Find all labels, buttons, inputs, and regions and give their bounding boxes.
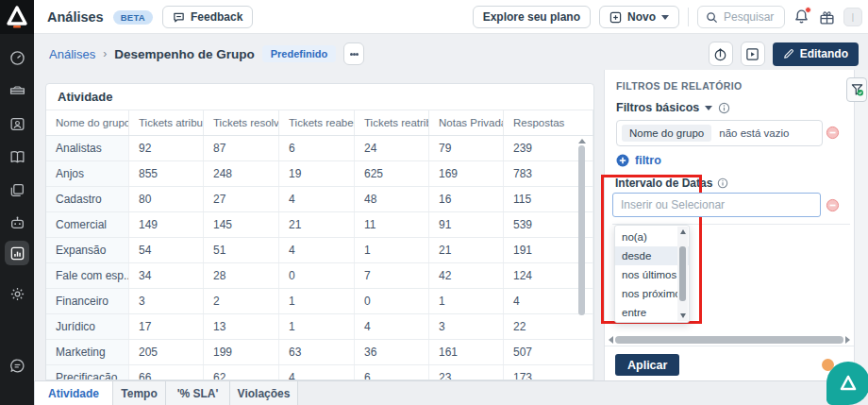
pages-copy-icon bbox=[9, 182, 25, 198]
scroll-up-arrow-icon[interactable] bbox=[578, 139, 586, 143]
filter-field-chip[interactable]: Nome do grupo bbox=[622, 125, 711, 142]
table-vertical-scrollbar[interactable] bbox=[577, 139, 586, 374]
sidebar-item-pages[interactable] bbox=[5, 177, 29, 202]
value-cell: 149 bbox=[129, 212, 204, 237]
basic-filters-label[interactable]: Filtros básicos bbox=[616, 101, 699, 114]
group-name-cell: Comercial bbox=[46, 212, 129, 237]
group-name-cell: Marketing bbox=[46, 340, 129, 364]
breadcrumb: Análises › Desempenho de Grupo Predefini… bbox=[49, 42, 364, 66]
remove-date-filter-button[interactable] bbox=[826, 198, 840, 212]
value-cell: 2 bbox=[204, 289, 279, 313]
value-cell: 54 bbox=[129, 238, 204, 262]
sidebar-item-analytics[interactable] bbox=[5, 241, 29, 265]
column-header[interactable]: Notas Privadas bbox=[429, 110, 504, 135]
sidebar-item-tickets[interactable] bbox=[5, 78, 29, 103]
sidebar-item-dashboard[interactable] bbox=[5, 45, 29, 70]
editing-button[interactable]: Editando bbox=[773, 42, 859, 66]
scroll-right-arrow-icon[interactable] bbox=[845, 336, 850, 344]
breadcrumb-root-link[interactable]: Análises bbox=[49, 47, 95, 61]
value-cell: 21 bbox=[279, 212, 355, 237]
column-header[interactable]: Respostas bbox=[504, 110, 593, 135]
table-body: Analistas928762479239Anjos85524819625169… bbox=[46, 136, 593, 380]
value-cell: 21 bbox=[429, 238, 504, 262]
value-cell: 1 bbox=[355, 238, 429, 262]
new-button[interactable]: Novo bbox=[599, 6, 679, 28]
date-operator-listbox: no(a)desdenos últimosnos próximosentre bbox=[614, 225, 690, 323]
column-header[interactable]: Tickets reabertos bbox=[279, 110, 355, 135]
value-cell: 79 bbox=[429, 136, 504, 160]
feedback-button[interactable]: Feedback bbox=[162, 6, 253, 28]
scroll-thumb[interactable] bbox=[679, 246, 686, 301]
gifts-button[interactable] bbox=[819, 9, 835, 25]
add-filter-button[interactable]: filtro bbox=[616, 154, 661, 167]
beta-badge: BETA bbox=[113, 10, 153, 25]
value-cell: 4 bbox=[279, 187, 355, 211]
avatar[interactable]: ❘ bbox=[843, 8, 862, 26]
scroll-down-arrow-icon[interactable] bbox=[680, 313, 686, 318]
caret-down-icon[interactable] bbox=[705, 106, 712, 110]
scroll-up-arrow-icon[interactable] bbox=[680, 229, 686, 234]
export-button[interactable] bbox=[709, 42, 733, 66]
table-row: Anjos85524819625169783 bbox=[46, 161, 593, 187]
column-header[interactable]: Tickets atribuídos bbox=[129, 110, 204, 135]
filters-panel-toggle[interactable] bbox=[846, 77, 867, 102]
header-divider bbox=[688, 8, 689, 26]
report-title: Desempenho de Grupo bbox=[114, 47, 255, 61]
table-row: Analistas928762479239 bbox=[46, 136, 593, 161]
filters-panel-title: FILTROS DE RELATÓRIO bbox=[616, 80, 743, 92]
scroll-left-arrow-icon[interactable] bbox=[609, 336, 613, 344]
brand-logo[interactable] bbox=[0, 0, 34, 34]
remove-filter-button[interactable] bbox=[826, 126, 840, 140]
info-icon[interactable] bbox=[718, 102, 730, 114]
filter-operator: não está vazio bbox=[719, 127, 789, 139]
notifications-button[interactable] bbox=[793, 8, 810, 25]
value-cell: 4 bbox=[279, 365, 355, 380]
sidebar-item-knowledge-base[interactable] bbox=[5, 144, 29, 169]
table-row: Expansão54514121191 bbox=[46, 238, 593, 263]
sidebar-item-help[interactable] bbox=[5, 353, 29, 378]
search-input[interactable] bbox=[724, 10, 776, 24]
scroll-thumb[interactable] bbox=[615, 336, 843, 344]
app-screen: Análises BETA Feedback Explore seu plano bbox=[0, 0, 868, 405]
value-cell: 27 bbox=[204, 187, 279, 211]
report-menu-button[interactable] bbox=[343, 42, 364, 65]
sidebar-item-bot[interactable] bbox=[5, 211, 29, 235]
column-header[interactable]: Tickets reatribuí... bbox=[355, 110, 429, 135]
sidebar-item-settings[interactable] bbox=[5, 281, 29, 306]
editing-label: Editando bbox=[800, 47, 848, 60]
column-header[interactable]: Tickets resolvidos bbox=[204, 110, 279, 135]
tab-atividade[interactable]: Atividade bbox=[34, 381, 113, 405]
value-cell: 4 bbox=[279, 238, 355, 262]
present-button[interactable] bbox=[741, 42, 765, 66]
column-header[interactable]: Nome do grupo bbox=[46, 110, 129, 135]
apply-button[interactable]: Aplicar bbox=[615, 354, 679, 376]
table-row: Marketing2051996336161507 bbox=[46, 340, 593, 365]
value-cell: 80 bbox=[129, 187, 204, 211]
value-cell: 23 bbox=[429, 365, 504, 380]
group-name-cell: Cadastro bbox=[46, 187, 129, 211]
sidebar-item-contacts[interactable] bbox=[5, 111, 29, 136]
scroll-thumb[interactable] bbox=[578, 145, 585, 315]
search-icon bbox=[706, 11, 718, 24]
group-name-cell: Expansão bbox=[46, 238, 129, 262]
value-cell: 205 bbox=[129, 340, 204, 364]
tab-tempo[interactable]: Tempo bbox=[113, 381, 166, 405]
explore-plan-button[interactable]: Explore seu plano bbox=[473, 6, 591, 28]
tab-sla[interactable]: '% SLA' bbox=[166, 381, 230, 405]
value-cell: 63 bbox=[279, 340, 355, 364]
search-box[interactable] bbox=[697, 6, 785, 28]
value-cell: 625 bbox=[355, 161, 429, 186]
presentation-play-icon bbox=[745, 47, 760, 61]
value-cell: 34 bbox=[129, 263, 204, 288]
date-range-input[interactable] bbox=[612, 193, 821, 217]
value-cell: 145 bbox=[204, 212, 279, 237]
tab-viola-es[interactable]: Violações bbox=[230, 381, 298, 405]
funnel-check-icon bbox=[850, 82, 864, 97]
listbox-scrollbar[interactable] bbox=[677, 227, 688, 321]
active-filter-row[interactable]: Nome do grupo não está vazio bbox=[616, 120, 823, 146]
group-name-cell: Jurídico bbox=[46, 314, 129, 339]
ticket-icon bbox=[9, 83, 25, 99]
info-icon[interactable] bbox=[717, 177, 728, 189]
panel-horizontal-scrollbar[interactable] bbox=[609, 335, 850, 345]
chat-notification-dot bbox=[822, 359, 834, 371]
